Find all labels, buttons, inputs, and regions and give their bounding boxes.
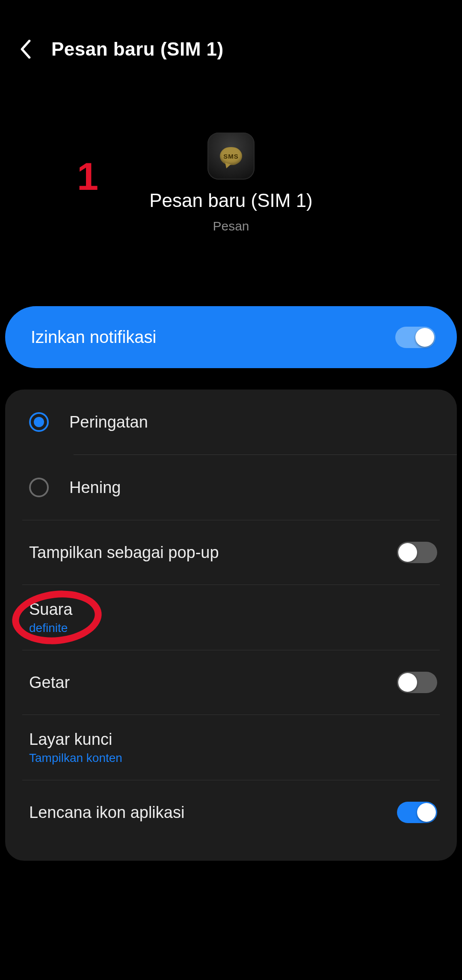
alert-style-silent-label: Hening xyxy=(69,478,121,497)
allow-notifications-row[interactable]: Izinkan notifikasi xyxy=(5,306,457,368)
lockscreen-label: Layar kunci xyxy=(29,730,122,749)
toggle-knob xyxy=(417,803,436,822)
app-icon-text: SMS xyxy=(223,153,239,160)
radio-selected-icon xyxy=(29,412,49,432)
toggle-knob xyxy=(398,673,417,692)
sms-bubble-icon: SMS xyxy=(220,147,242,165)
page-header: Pesan baru (SIM 1) xyxy=(0,0,462,60)
popup-toggle[interactable] xyxy=(397,542,437,563)
badge-toggle[interactable] xyxy=(397,802,437,823)
lockscreen-row[interactable]: Layar kunci Tampilkan konten xyxy=(5,715,457,780)
popup-row[interactable]: Tampilkan sebagai pop-up xyxy=(5,520,457,584)
allow-notifications-label: Izinkan notifikasi xyxy=(31,328,156,347)
badge-label: Lencana ikon aplikasi xyxy=(29,803,184,822)
sound-label: Suara xyxy=(29,600,72,619)
popup-label: Tampilkan sebagai pop-up xyxy=(29,543,219,562)
vibrate-toggle[interactable] xyxy=(397,672,437,693)
app-icon: SMS xyxy=(207,133,255,180)
vibrate-row[interactable]: Getar xyxy=(5,650,457,714)
alert-style-alert[interactable]: Peringatan xyxy=(5,390,457,455)
badge-row[interactable]: Lencana ikon aplikasi xyxy=(5,780,457,844)
annotation-number: 1 xyxy=(77,155,98,199)
radio-unselected-icon xyxy=(29,478,49,497)
alert-style-alert-label: Peringatan xyxy=(69,413,148,431)
toggle-knob xyxy=(415,328,434,347)
back-button[interactable] xyxy=(17,41,34,58)
alert-style-silent[interactable]: Hening xyxy=(5,455,457,520)
app-name: Pesan baru (SIM 1) xyxy=(149,190,313,211)
app-subtitle: Pesan xyxy=(213,219,249,233)
vibrate-label: Getar xyxy=(29,673,70,692)
page-title: Pesan baru (SIM 1) xyxy=(51,38,224,60)
sound-value: definite xyxy=(29,621,72,635)
settings-panel: Peringatan Hening Tampilkan sebagai pop-… xyxy=(5,390,457,861)
app-summary: 1 SMS Pesan baru (SIM 1) Pesan xyxy=(0,133,462,233)
chevron-left-icon xyxy=(20,40,31,59)
allow-notifications-toggle[interactable] xyxy=(395,327,435,348)
toggle-knob xyxy=(398,543,417,562)
sound-row[interactable]: Suara definite xyxy=(5,585,457,650)
lockscreen-value: Tampilkan konten xyxy=(29,751,122,765)
